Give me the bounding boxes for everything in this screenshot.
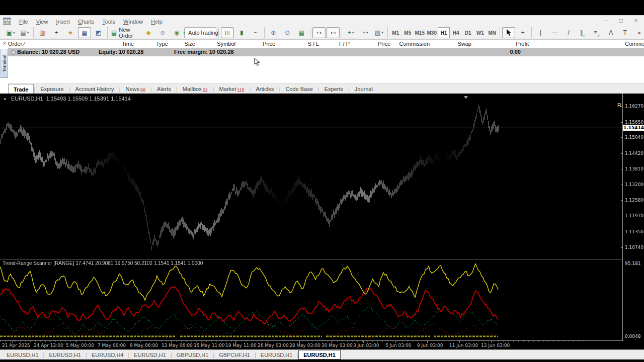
indicators-list-dropdown-icon[interactable]: ▾ — [352, 31, 354, 35]
autotrading-button[interactable]: ◗AutoTrading — [184, 27, 216, 38]
column-header-time[interactable]: Time — [122, 41, 134, 47]
chart-tab-6[interactable]: EURUSD,H1 — [256, 350, 297, 359]
timeframe-m15-button[interactable]: M15 — [414, 27, 426, 38]
menu-tools[interactable]: Tools — [98, 17, 119, 26]
market-watch-button[interactable]: ▥ — [36, 27, 49, 38]
timeframe-d1-button[interactable]: D1 — [462, 27, 474, 38]
minimize-button[interactable]: – — [602, 17, 610, 25]
candlestick-type-button[interactable]: ▮ — [235, 27, 248, 38]
line-chart-type-button[interactable]: ~ — [249, 27, 262, 38]
time-axis[interactable]: 21 Apr 202524 Apr 12:005 May 00:007 May … — [0, 341, 644, 349]
ellipse-button[interactable]: ● — [632, 27, 644, 38]
chart-tab-2[interactable]: EURUSD,H4 — [87, 350, 128, 359]
periods-button[interactable]: ◔▾ — [358, 27, 371, 38]
column-header-price[interactable]: Price — [378, 41, 390, 47]
fibonacci-retracement-sub-label: F — [598, 34, 600, 38]
zoom-out-button[interactable]: ⊖ — [281, 27, 294, 38]
terminal-tab-journal[interactable]: Journal — [350, 84, 378, 94]
terminal-side-tab[interactable]: Terminal — [1, 49, 8, 78]
menu-insert[interactable]: Insert — [52, 17, 74, 26]
terminal-tab-experts[interactable]: Experts — [319, 84, 348, 94]
terminal-tab-mailbox[interactable]: Mailbox22 — [178, 84, 213, 94]
column-header-order[interactable]: Order ∕ — [8, 41, 25, 47]
column-header-commission[interactable]: Commission — [399, 41, 430, 47]
terminal-tab-alerts[interactable]: Alerts — [152, 84, 176, 94]
timeframe-w1-button[interactable]: W1 — [474, 27, 486, 38]
chart-tab-1[interactable]: EURUSD,H1 — [44, 350, 86, 359]
menu-file[interactable]: File — [15, 17, 32, 26]
chart-tab-4[interactable]: GBPUSD,H1 — [172, 350, 213, 359]
profiles-button[interactable]: ▤▾ — [18, 27, 31, 38]
menu-window[interactable]: Window — [119, 17, 147, 26]
terminal-tab-market[interactable]: Market115 — [214, 84, 250, 94]
metaeditor-button[interactable]: ◆ — [142, 27, 155, 38]
chart-tab-3[interactable]: EURUSD,H1 — [129, 350, 171, 359]
price-axis[interactable]: 1.15414 95.181 0.0048 1.162701.156501.15… — [622, 94, 644, 349]
menu-view[interactable]: View — [32, 17, 52, 26]
profiles-dropdown-icon[interactable]: ▾ — [27, 31, 29, 35]
new-order-button[interactable]: ▤New Order — [110, 27, 141, 38]
menu-charts[interactable]: Charts — [74, 17, 98, 26]
auto-scroll-button[interactable]: ↦ — [312, 27, 326, 38]
horizontal-line-button[interactable]: — — [548, 27, 561, 38]
column-header-type[interactable]: Type — [156, 41, 168, 47]
chart-tab-5[interactable]: GBPCHF,H1 — [214, 350, 255, 359]
column-header-comment[interactable]: Comment — [625, 41, 644, 47]
templates-button[interactable]: ▧▾ — [372, 27, 385, 38]
orders-table-body[interactable] — [8, 56, 644, 69]
indicators-list-button[interactable]: +▾ — [344, 27, 357, 38]
column-header-s-l[interactable]: S / L — [307, 41, 319, 47]
vertical-line-button[interactable]: | — [534, 27, 547, 38]
chart-tab-0[interactable]: EURUSD,H1 — [2, 350, 43, 359]
timeframe-mn-button[interactable]: MN — [486, 27, 498, 38]
text-button[interactable]: A — [604, 27, 617, 38]
terminal-tab-code-base[interactable]: Code Base — [280, 84, 317, 94]
column-header-profit[interactable]: Profit — [516, 41, 529, 47]
menu-help[interactable]: Help — [147, 17, 167, 26]
timeframe-m5-button[interactable]: M5 — [401, 27, 414, 38]
navigator-button[interactable]: ★ — [64, 27, 77, 38]
chart-tab-7-active[interactable]: EURUSD,H1 — [298, 350, 341, 359]
terminal-tab-trade[interactable]: Trade — [8, 84, 34, 94]
column-header-symbol[interactable]: Symbol — [217, 41, 235, 47]
indicator-canvas[interactable] — [0, 260, 622, 340]
terminal-tab-articles[interactable]: Articles — [251, 84, 279, 94]
zoom-in-button[interactable]: ⊕ — [267, 27, 280, 38]
timeframe-m1-button[interactable]: M1 — [389, 27, 401, 38]
terminal-tab-news[interactable]: News99 — [120, 84, 150, 94]
close-button[interactable]: × — [632, 17, 640, 25]
chart-shift-button[interactable]: ↤ — [327, 27, 340, 38]
column-header-swap[interactable]: Swap — [457, 41, 471, 47]
column-header-size[interactable]: Size — [185, 41, 195, 47]
timeframe-m30-button[interactable]: M30 — [426, 27, 438, 38]
terminal-close-icon[interactable]: × — [2, 40, 8, 46]
crosshair-button[interactable]: + — [516, 27, 529, 38]
new-chart-dropdown-icon[interactable]: ▾ — [13, 31, 15, 35]
equidistant-channel-button[interactable]: ∥E — [576, 27, 589, 38]
column-header-price[interactable]: Price — [263, 41, 275, 47]
trendline-button[interactable]: / — [562, 27, 575, 38]
terminal-tab-exposure[interactable]: Exposure — [35, 84, 68, 94]
community-button[interactable]: ◉ — [170, 27, 183, 38]
timeframe-h4-button[interactable]: H4 — [450, 27, 462, 38]
new-chart-button[interactable]: ▣▾ — [4, 27, 17, 38]
text-label-button[interactable]: T — [618, 27, 631, 38]
cursor-pointer-button[interactable] — [502, 27, 515, 38]
fibonacci-retracement-button[interactable]: ≡F — [590, 27, 603, 38]
chart-dropdown-icon[interactable]: ▼ — [3, 97, 7, 102]
bar-chart-type-button[interactable]: ||| — [221, 27, 234, 38]
templates-dropdown-icon[interactable]: ▾ — [381, 31, 383, 35]
strategy-tester-button[interactable]: ◩ — [92, 27, 105, 38]
timeframe-h1-button[interactable]: H1 — [438, 27, 450, 38]
terminal-panel-button[interactable]: ▦ — [78, 27, 91, 38]
data-window-button[interactable]: + — [50, 27, 63, 38]
terminal-tab-account-history[interactable]: Account History — [70, 84, 119, 94]
periods-dropdown-icon[interactable]: ▾ — [366, 31, 368, 35]
pane-splitter[interactable] — [0, 259, 644, 259]
experts-dialog-button[interactable]: ☺ — [156, 27, 169, 38]
tile-windows-button[interactable]: ▦ — [295, 27, 308, 38]
main-chart-canvas[interactable] — [0, 94, 622, 259]
restore-button[interactable]: □ — [617, 17, 625, 25]
column-header-t-p[interactable]: T / P — [338, 41, 350, 47]
metaeditor-icon: ◆ — [146, 30, 151, 36]
